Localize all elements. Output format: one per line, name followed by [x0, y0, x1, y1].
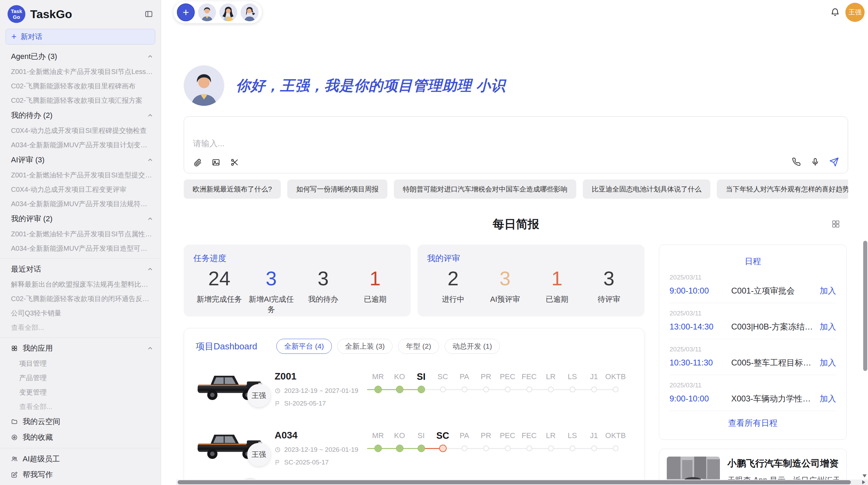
app-item[interactable]: 项目管理 — [0, 356, 161, 371]
sidebar-group-2[interactable]: AI评审 (3) — [0, 152, 161, 168]
sidebar-tool-pen[interactable]: 创意制图 — [0, 483, 161, 485]
milestone-dot[interactable] — [440, 387, 446, 393]
layout-grid-icon[interactable] — [831, 219, 841, 229]
sidebar-item[interactable]: Z001-全新燃油轻卡产品开发项目SI节点属性5D文件评审 — [0, 227, 161, 241]
dashboard-tab[interactable]: 年型 (2) — [398, 339, 439, 354]
sidebar-group-3[interactable]: 我的评审 (2) — [0, 211, 161, 227]
scroll-down-arrow[interactable] — [863, 474, 867, 477]
attachment-icon[interactable] — [193, 158, 202, 167]
add-conversation-button[interactable]: + — [177, 3, 195, 21]
recent-chat-item[interactable]: 公司Q3轻卡销量 — [0, 306, 161, 320]
milestone-dot[interactable] — [418, 445, 425, 452]
image-icon[interactable] — [212, 158, 220, 167]
sidebar-item[interactable]: C0X4-动力总成开发项目工程变更评审 — [0, 182, 161, 197]
chevron-up-icon[interactable] — [146, 215, 154, 223]
sidebar-item[interactable]: Z001-全新燃油轻卡产品开发项目SI造型提交物评审 — [0, 168, 161, 182]
suggestion-chip[interactable]: 欧洲新规最近颁布了什么? — [184, 179, 281, 199]
sidebar-item[interactable]: A034-全新新能源MUV产品开发项目法规符合性评审 — [0, 197, 161, 211]
recent-chat-item[interactable]: 解释最新出台的欧盟报废车法规再生塑料比例被调至15%... — [0, 277, 161, 291]
sidebar-item[interactable]: C02-飞腾新能源轻客改款项目立项汇报方案 — [0, 93, 161, 108]
milestone-dot[interactable] — [374, 445, 382, 452]
suggestion-chip[interactable]: 如何写一份清晰的项目周报 — [287, 179, 387, 199]
milestone-dot[interactable] — [505, 446, 510, 451]
sidebar-group-0[interactable]: Agent已办 (3) — [0, 49, 161, 64]
milestone-dot[interactable] — [526, 387, 532, 393]
dashboard-tab[interactable]: 全新上装 (3) — [337, 339, 393, 354]
sidebar-my-apps[interactable]: 我的应用 — [0, 340, 161, 356]
chat-input-box[interactable]: 请输入... — [184, 116, 848, 173]
suggestion-chip[interactable]: 特朗普可能对进口汽车增税会对中国车企造成哪些影响 — [394, 179, 576, 199]
suggestion-chip[interactable]: 当下年轻人对汽车外观有怎样的喜好趋势 — [717, 179, 848, 199]
suggestion-chip[interactable]: 比亚迪全固态电池计划具体说了什么 — [583, 179, 710, 199]
view-all-schedule-link[interactable]: 查看所有日程 — [670, 418, 836, 428]
project-image: 王强 — [196, 366, 275, 414]
milestone-dot[interactable] — [548, 446, 554, 451]
milestone-dot[interactable] — [439, 445, 447, 452]
sidebar-group-1[interactable]: 我的待办 (2) — [0, 108, 161, 123]
view-all-recent-link[interactable]: 查看全部... — [0, 320, 161, 335]
sidebar-recent[interactable]: 最近对话 — [0, 261, 161, 277]
microphone-icon[interactable] — [811, 158, 820, 166]
milestone-timeline: MRKOSISCPAPRPECFECLRLSJ1OKTB — [367, 366, 632, 414]
milestone-dot[interactable] — [461, 387, 467, 393]
milestone-dot[interactable] — [613, 446, 618, 451]
avatar-woman-1[interactable] — [219, 3, 237, 21]
sidebar-tool-users[interactable]: AI超级员工 — [0, 451, 161, 467]
user-avatar[interactable]: 王强 — [845, 3, 865, 22]
sidebar-tool-write[interactable]: 帮我写作 — [0, 467, 161, 483]
join-link[interactable]: 加入 — [820, 321, 836, 332]
milestone-dot[interactable] — [483, 446, 489, 451]
chevron-up-icon[interactable] — [146, 345, 154, 352]
phone-icon[interactable] — [792, 158, 801, 166]
sidebar-item[interactable]: C0X4-动力总成开发项目SI里程碑提交物检查 — [0, 123, 161, 138]
dashboard-tab[interactable]: 动总开发 (1) — [445, 339, 500, 354]
sidebar-collapse-icon[interactable] — [144, 10, 153, 18]
milestone-label: J1 — [583, 428, 605, 444]
milestone-dot[interactable] — [526, 446, 532, 451]
sidebar-folder-entry[interactable]: 我的云空间 — [0, 414, 161, 430]
sidebar-item[interactable]: A034-全新新能源MUV产品开发项目造型可行性评审 — [0, 241, 161, 256]
sidebar-item[interactable]: Z001-全新燃油皮卡产品开发项目SI节点Lesson Learn报告 — [0, 64, 161, 79]
milestone-dot[interactable] — [418, 386, 425, 393]
chevron-up-icon[interactable] — [146, 265, 154, 273]
milestone-dot[interactable] — [569, 387, 575, 393]
milestone-dot[interactable] — [396, 386, 403, 393]
join-link[interactable]: 加入 — [820, 285, 836, 296]
milestone-dot[interactable] — [374, 386, 382, 393]
new-chat-button[interactable]: + 新对话 — [5, 29, 155, 45]
sidebar-badge-entry[interactable]: 我的收藏 — [0, 430, 161, 445]
app-item[interactable]: 变更管理 — [0, 385, 161, 399]
view-all-apps-link[interactable]: 查看全部... — [0, 399, 161, 414]
sidebar-item[interactable]: C02-飞腾新能源轻客改款项目里程碑画布 — [0, 79, 161, 93]
milestone-dot[interactable] — [483, 387, 489, 393]
milestone-dot[interactable] — [613, 387, 618, 393]
recent-chat-item[interactable]: C02-飞腾新能源轻客改款项目的闭环通告反馈情况 — [0, 291, 161, 306]
sidebar-item[interactable]: A034-全新新能源MUV产品开发项目计划变更表编写 — [0, 138, 161, 152]
avatar-woman-2[interactable] — [241, 3, 258, 21]
stat-label: AI预评审 — [479, 294, 531, 304]
greeting-row: 你好，王强，我是你的项目管理助理 小识 — [184, 65, 848, 106]
milestone-dot[interactable] — [505, 387, 510, 393]
vertical-scrollbar-thumb[interactable] — [863, 241, 867, 371]
chevron-up-icon[interactable] — [146, 156, 154, 164]
scroll-right-arrow[interactable] — [862, 480, 865, 484]
chevron-up-icon[interactable] — [146, 53, 154, 60]
chevron-up-icon[interactable] — [146, 112, 154, 119]
milestone-J1: J1 — [583, 369, 605, 414]
milestone-dot[interactable] — [569, 446, 575, 451]
join-link[interactable]: 加入 — [820, 357, 836, 368]
milestone-dot[interactable] — [461, 446, 467, 451]
horizontal-scrollbar-thumb[interactable] — [178, 480, 851, 484]
dashboard-tab[interactable]: 全新平台 (4) — [276, 339, 332, 354]
join-link[interactable]: 加入 — [820, 393, 836, 404]
milestone-dot[interactable] — [591, 387, 597, 393]
project-code: A034 — [275, 430, 367, 441]
milestone-dot[interactable] — [548, 387, 554, 393]
horizontal-scrollbar[interactable] — [176, 480, 868, 485]
send-icon[interactable] — [829, 157, 839, 167]
scissors-icon[interactable] — [230, 158, 239, 167]
avatar-man[interactable] — [198, 3, 216, 21]
milestone-dot[interactable] — [396, 445, 403, 452]
milestone-dot[interactable] — [591, 446, 597, 451]
app-item[interactable]: 产品管理 — [0, 371, 161, 385]
